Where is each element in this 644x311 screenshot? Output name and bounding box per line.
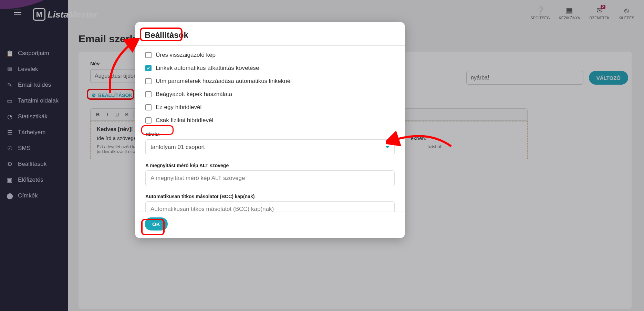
- checkbox-icon[interactable]: [145, 65, 152, 71]
- check-hybrid-letter[interactable]: Ez egy hibridlevél: [145, 101, 395, 114]
- check-label: Csak fizikai hibridlevél: [156, 117, 213, 124]
- check-label: Linkek automatikus átkattintás követése: [156, 65, 259, 72]
- check-link-click-tracking[interactable]: Linkek automatikus átkattintás követése: [145, 62, 395, 75]
- ok-button[interactable]: OK: [145, 217, 168, 230]
- checkbox-icon[interactable]: [145, 104, 152, 110]
- modal-body[interactable]: Üres visszaigazoló kép Linkek automatiku…: [135, 46, 405, 212]
- modal-title: Beállítások: [135, 22, 405, 46]
- check-label: Utm paraméterek hozzáadása automatikus l…: [156, 78, 292, 85]
- check-utm-params[interactable]: Utm paraméterek hozzáadása automatikus l…: [145, 75, 395, 88]
- checkbox-icon[interactable]: [145, 78, 152, 84]
- chevron-down-icon: [385, 146, 389, 149]
- checkbox-icon[interactable]: [145, 91, 152, 97]
- modal-footer: OK: [135, 212, 405, 238]
- settings-modal: Beállítások Üres visszaigazoló kép Linke…: [135, 22, 405, 238]
- alt-text-input[interactable]: [145, 170, 395, 186]
- check-label: Üres visszaigazoló kép: [156, 52, 216, 58]
- cimke-value: tanfolyam 01 csoport: [150, 144, 205, 151]
- checkbox-icon[interactable]: [145, 117, 152, 124]
- bcc-label: Automatikusan titkos másolatot (BCC) kap…: [145, 194, 395, 199]
- check-embedded-images[interactable]: Beágyazott képek használata: [145, 88, 395, 101]
- checkbox-icon[interactable]: [145, 52, 152, 58]
- check-label: Beágyazott képek használata: [156, 91, 232, 98]
- check-empty-confirm-img[interactable]: Üres visszaigazoló kép: [145, 49, 395, 62]
- cimke-select[interactable]: tanfolyam 01 csoport: [145, 139, 395, 155]
- bcc-input[interactable]: [145, 201, 395, 212]
- cimke-label: Címke: [145, 132, 395, 137]
- alt-label: A megnyitást mérő kép ALT szövege: [145, 163, 395, 168]
- check-label: Ez egy hibridlevél: [156, 104, 201, 111]
- check-physical-hybrid-only[interactable]: Csak fizikai hibridlevél: [145, 114, 395, 127]
